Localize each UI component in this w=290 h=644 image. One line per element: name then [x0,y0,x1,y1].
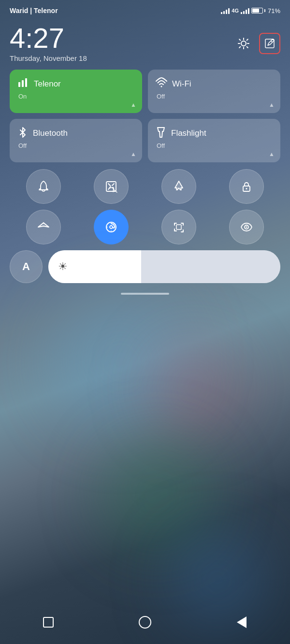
recents-button[interactable] [38,612,59,633]
lock-icon [240,180,253,193]
signal-bars-1 [221,7,230,14]
back-icon [237,616,246,628]
nav-bar [0,605,290,644]
home-button[interactable] [134,612,156,633]
wifi-icon [156,77,167,91]
location-button[interactable] [26,210,61,244]
round-buttons-row-1 [0,169,290,204]
battery-indicator: 71% [251,7,280,14]
carrier-label: Warid | Telenor [10,7,58,14]
svg-rect-1 [265,39,274,48]
screenshot-icon [104,180,118,193]
home-bar [121,293,169,295]
flashlight-arrow: ▲ [269,151,275,157]
round-buttons-row-2 [0,210,290,244]
recents-icon [43,617,54,628]
svg-rect-14 [176,225,181,229]
edit-icon [264,38,276,49]
wifi-status: Off [157,93,273,100]
battery-percent: 71% [268,7,280,14]
svg-rect-3 [22,80,24,87]
privacy-button[interactable] [229,210,264,244]
svg-marker-11 [38,223,49,227]
toggle-wifi[interactable]: Wi-Fi Off ▲ [148,70,280,113]
brightness-slider[interactable]: ☀ [48,250,280,283]
svg-point-13 [110,226,113,229]
autorotate-button[interactable] [94,210,129,244]
clock-time: 4:27 [10,24,87,52]
toggle-bluetooth[interactable]: Bluetooth Off ▲ [10,119,142,162]
location-icon [37,220,50,234]
brightness-icon: ☀ [58,260,68,273]
badge-4g: 4G [232,8,239,14]
scan-button[interactable] [161,210,196,244]
telenor-label: Telenor [34,79,61,89]
signal-bars-2 [241,7,249,14]
airplane-button[interactable] [161,169,196,204]
eye-icon [240,220,253,234]
scan-icon [172,220,186,234]
svg-marker-6 [158,128,164,137]
brightness-rest [141,250,280,283]
status-bar: Warid | Telenor 4G [0,0,290,19]
bluetooth-label: Bluetooth [33,129,68,138]
flashlight-status: Off [157,142,273,149]
autorotate-icon [104,220,118,234]
bell-icon [37,180,50,193]
airplane-icon [172,180,186,193]
wifi-label: Wi-Fi [172,79,191,89]
edit-icon-button[interactable] [259,33,280,54]
wifi-arrow: ▲ [269,101,275,108]
font-size-button[interactable]: A [10,250,43,283]
svg-point-16 [246,227,247,228]
clock-date: Thursday, November 18 [10,54,87,62]
lock-button[interactable] [229,169,264,204]
svg-rect-4 [25,78,27,87]
screenshot-button[interactable] [94,169,129,204]
svg-rect-8 [106,182,116,191]
flashlight-icon [156,127,166,140]
bell-button[interactable] [26,169,61,204]
telenor-status: On [18,93,134,100]
toggles-grid: Telenor On ▲ Wi-Fi Off ▲ [0,70,290,162]
toggle-telenor[interactable]: Telenor On ▲ [10,70,142,113]
home-indicator-area [0,293,290,295]
font-label: A [22,260,30,273]
status-right: 4G 71% [221,7,280,14]
flashlight-label: Flashlight [171,129,206,138]
telenor-icon [17,77,29,91]
home-icon [139,616,151,629]
bluetooth-icon [17,127,28,140]
bluetooth-status: Off [18,142,134,149]
telenor-arrow: ▲ [130,101,136,108]
settings-icon-button[interactable] [233,33,254,54]
brightness-row: A ☀ [0,250,290,283]
gear-icon [237,37,250,50]
svg-point-0 [241,41,246,46]
svg-point-5 [161,86,162,87]
toggle-flashlight[interactable]: Flashlight Off ▲ [148,119,280,162]
svg-rect-2 [18,82,20,87]
bluetooth-arrow: ▲ [130,151,136,157]
back-button[interactable] [231,612,252,633]
svg-point-10 [246,188,247,189]
clock-area: 4:27 Thursday, November 18 [0,19,290,70]
